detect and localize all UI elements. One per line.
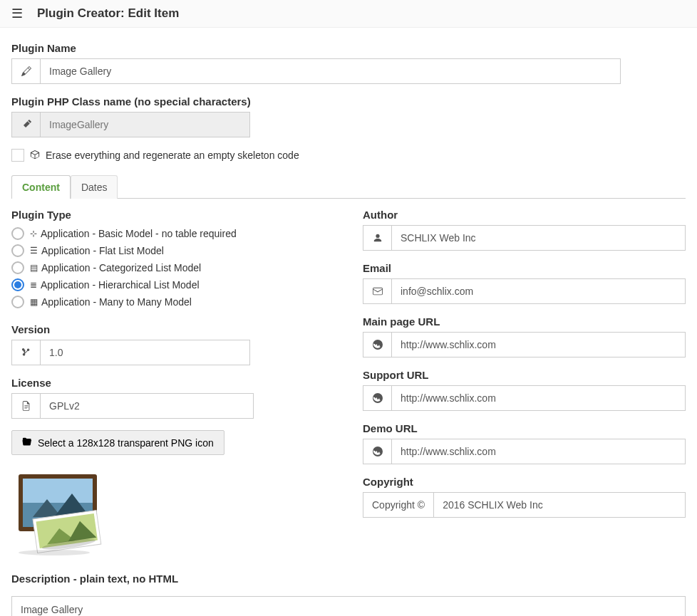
license-label: License xyxy=(11,377,334,389)
list-alt-icon: ▤ xyxy=(30,263,38,273)
plugin-name-label: Plugin Name xyxy=(11,42,686,54)
support-url-group: Support URL xyxy=(363,369,686,411)
main-url-label: Main page URL xyxy=(363,315,686,328)
erase-checkbox-label: Erase everything and regenerate an empty… xyxy=(46,150,299,161)
right-column: Author Email Main page URL xyxy=(363,209,686,596)
copyright-group: Copyright Copyright © xyxy=(363,476,686,518)
left-column: Plugin Type ⊹Application - Basic Model -… xyxy=(11,209,334,596)
cube-icon xyxy=(30,150,40,162)
folder-open-icon xyxy=(22,437,32,449)
globe-icon xyxy=(363,385,391,411)
class-name-label: Plugin PHP Class name (no special charac… xyxy=(11,95,686,108)
plugin-type-option-categorized[interactable]: ▤Application - Categorized List Model xyxy=(11,259,334,276)
copyright-input[interactable] xyxy=(433,492,686,518)
email-group: Email xyxy=(363,262,686,304)
version-input[interactable] xyxy=(40,340,250,365)
plugin-type-options: ⊹Application - Basic Model - no table re… xyxy=(11,225,334,310)
support-url-input[interactable] xyxy=(391,385,686,411)
plugin-type-option-basic[interactable]: ⊹Application - Basic Model - no table re… xyxy=(11,225,334,242)
author-group: Author xyxy=(363,209,686,251)
class-name-group: Plugin PHP Class name (no special charac… xyxy=(11,95,686,137)
description-group: Description - plain text, no HTML xyxy=(11,573,334,585)
edit-icon xyxy=(11,58,40,84)
tabs: Content Dates xyxy=(11,174,686,199)
plugin-type-label: Plugin Type xyxy=(11,209,334,221)
license-group: License xyxy=(11,377,334,419)
sitemap-icon: ⊹ xyxy=(30,229,37,239)
menu-toggle-icon[interactable]: ☰ xyxy=(11,6,23,21)
radio-button[interactable] xyxy=(11,261,24,274)
license-input[interactable] xyxy=(40,393,254,419)
icon-preview xyxy=(11,464,334,558)
class-name-input xyxy=(40,112,250,137)
version-label: Version xyxy=(11,323,334,335)
radio-button[interactable] xyxy=(11,227,24,240)
demo-url-input[interactable] xyxy=(391,439,686,464)
globe-icon xyxy=(363,439,391,464)
top-bar: ☰ Plugin Creator: Edit Item xyxy=(0,0,697,28)
version-group: Version xyxy=(11,323,334,365)
svg-point-10 xyxy=(19,550,90,555)
plugin-name-input[interactable] xyxy=(40,58,621,84)
user-icon xyxy=(363,225,391,251)
select-icon-button[interactable]: Select a 128x128 transparent PNG icon xyxy=(11,430,224,455)
main-url-input[interactable] xyxy=(391,332,686,357)
envelope-icon xyxy=(363,278,391,304)
globe-icon xyxy=(363,332,391,357)
radio-button[interactable] xyxy=(11,296,24,308)
indent-icon: ≣ xyxy=(30,280,37,290)
plugin-type-group: Plugin Type ⊹Application - Basic Model -… xyxy=(11,209,334,310)
demo-url-group: Demo URL xyxy=(363,422,686,464)
tab-content[interactable]: Content xyxy=(11,175,71,199)
author-input[interactable] xyxy=(391,225,686,251)
copyright-addon: Copyright © xyxy=(363,492,433,518)
list-icon: ☰ xyxy=(30,246,38,256)
main-url-group: Main page URL xyxy=(363,315,686,357)
email-label: Email xyxy=(363,262,686,274)
erase-checkbox[interactable] xyxy=(11,149,24,162)
description-label: Description - plain text, no HTML xyxy=(11,573,334,585)
content-area: Plugin Name Plugin PHP Class name (no sp… xyxy=(0,31,697,616)
plugin-type-option-manytomany[interactable]: ▦Application - Many to Many Model xyxy=(11,293,334,310)
tab-dates[interactable]: Dates xyxy=(71,175,118,199)
plugin-type-option-flat[interactable]: ☰Application - Flat List Model xyxy=(11,242,334,259)
erase-checkbox-row: Erase everything and regenerate an empty… xyxy=(11,149,686,162)
demo-url-label: Demo URL xyxy=(363,422,686,434)
pencil-icon xyxy=(11,112,40,137)
table-icon: ▦ xyxy=(30,297,38,307)
radio-button[interactable] xyxy=(11,278,24,291)
select-icon-label: Select a 128x128 transparent PNG icon xyxy=(38,437,214,449)
copyright-label: Copyright xyxy=(363,476,686,488)
author-label: Author xyxy=(363,209,686,221)
file-icon xyxy=(11,393,40,419)
branch-icon xyxy=(11,340,40,365)
page-title: Plugin Creator: Edit Item xyxy=(37,6,179,21)
support-url-label: Support URL xyxy=(363,369,686,381)
email-input[interactable] xyxy=(391,278,686,304)
plugin-type-option-hierarchical[interactable]: ≣Application - Hierarchical List Model xyxy=(11,276,334,293)
radio-button[interactable] xyxy=(11,244,24,257)
plugin-name-group: Plugin Name xyxy=(11,42,686,84)
description-textarea[interactable] xyxy=(11,596,686,616)
tab-content-body: Plugin Type ⊹Application - Basic Model -… xyxy=(11,209,686,596)
